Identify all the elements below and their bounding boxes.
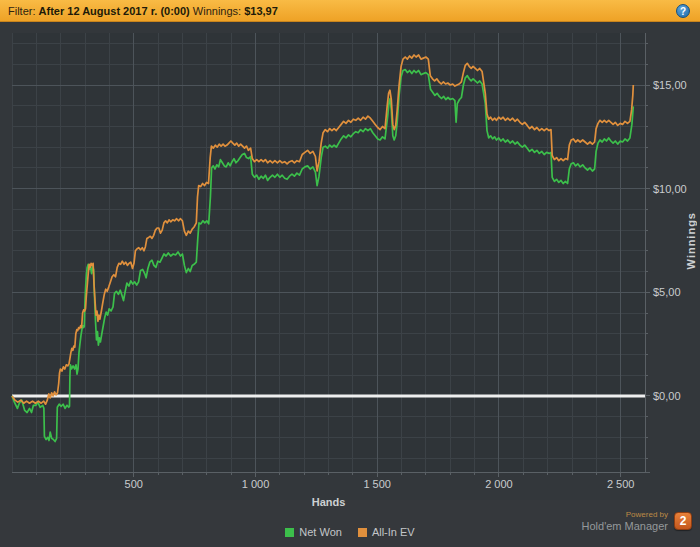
powered-by: Powered by Hold'em Manager 2	[582, 511, 692, 532]
y-axis-title: Winnings	[685, 212, 697, 269]
x-tick-label: 1 000	[242, 478, 270, 490]
x-axis-title: Hands	[12, 496, 645, 508]
y-tick-label: $5,00	[653, 286, 681, 298]
x-tick-label: 2 500	[607, 478, 635, 490]
x-tick-label: 1 500	[363, 478, 391, 490]
winnings-chart: 5001 0001 5002 0002 500$0,00$5,00$10,00$…	[0, 22, 700, 500]
x-tick-label: 2 000	[485, 478, 513, 490]
winnings-value: $13,97	[244, 5, 278, 17]
hm2-graph-window: Filter: After 12 August 2017 r. (0:00) W…	[0, 0, 700, 547]
legend-item-net-won: Net Won	[285, 526, 342, 538]
filter-bar: Filter: After 12 August 2017 r. (0:00) W…	[0, 0, 700, 22]
hm2-logo-icon: 2	[674, 512, 692, 530]
filter-value: After 12 August 2017 r. (0:00)	[39, 5, 190, 17]
y-tick-label: $10,00	[653, 183, 687, 195]
legend-label-net-won: Net Won	[299, 526, 342, 538]
filter-label: Filter:	[8, 5, 39, 17]
brand-label: Hold'em Manager	[582, 520, 668, 532]
y-tick-label: $0,00	[653, 390, 681, 402]
x-tick-label: 500	[125, 478, 143, 490]
legend-label-all-in-ev: All-In EV	[372, 526, 415, 538]
winnings-label: Winnings:	[190, 5, 244, 17]
winnings-graph-svg: 5001 0001 5002 0002 500$0,00$5,00$10,00$…	[0, 22, 700, 500]
hm2-logo-number: 2	[680, 514, 687, 528]
help-icon[interactable]: ?	[676, 4, 690, 18]
powered-by-label: Powered by	[582, 511, 668, 520]
y-tick-label: $15,00	[653, 79, 687, 91]
net-won-swatch-icon	[285, 528, 294, 537]
legend-item-all-in-ev: All-In EV	[358, 526, 415, 538]
all-in-ev-swatch-icon	[358, 528, 367, 537]
